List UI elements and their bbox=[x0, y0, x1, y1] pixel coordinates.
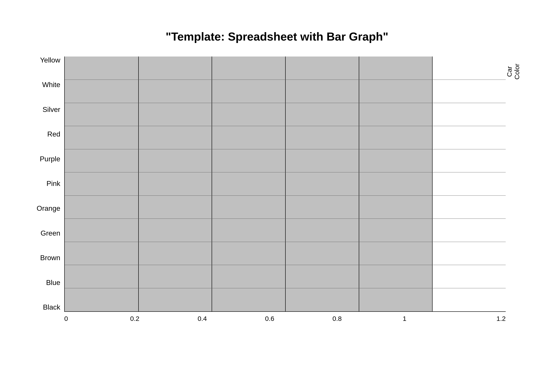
chart-container: "Template: Spreadsheet with Bar Graph" Y… bbox=[33, 30, 521, 362]
h-grid-line-10 bbox=[65, 288, 506, 288]
y-label-silver: Silver bbox=[42, 106, 60, 113]
y-label-brown: Brown bbox=[40, 254, 60, 261]
grid-line-x-0.8 bbox=[359, 56, 359, 311]
grid-line-x-0.4 bbox=[212, 56, 212, 311]
x-label-1.2: 1.2 bbox=[438, 315, 506, 322]
plot-grid bbox=[64, 56, 506, 312]
x-label-0.4: 0.4 bbox=[168, 315, 236, 322]
h-grid-line-2 bbox=[65, 103, 506, 103]
x-axis-labels: 00.20.40.60.811.2 bbox=[64, 312, 506, 322]
h-grid-line-6 bbox=[65, 196, 506, 196]
h-grid-line-4 bbox=[65, 149, 506, 149]
y-label-purple: Purple bbox=[40, 155, 61, 162]
data-bar bbox=[65, 56, 432, 311]
h-grid-line-3 bbox=[65, 126, 506, 126]
y-label-black: Black bbox=[43, 304, 60, 311]
y-label-pink: Pink bbox=[47, 180, 60, 187]
x-axis-title-area: Car Color bbox=[506, 56, 521, 322]
chart-body: YellowWhiteSilverRedPurplePinkOrangeGree… bbox=[33, 56, 521, 322]
y-label-red: Red bbox=[47, 131, 60, 138]
grid-line-x-0.6 bbox=[285, 56, 286, 311]
x-label-1: 1 bbox=[371, 315, 438, 322]
chart-title: "Template: Spreadsheet with Bar Graph" bbox=[166, 30, 388, 43]
y-label-orange: Orange bbox=[36, 205, 60, 212]
x-label-0.2: 0.2 bbox=[101, 315, 168, 322]
grid-line-x-0.2 bbox=[138, 56, 139, 311]
y-label-yellow: Yellow bbox=[40, 56, 60, 63]
grid-line-x-1 bbox=[432, 56, 433, 311]
h-grid-line-9 bbox=[65, 265, 506, 265]
chart-plot-area: 00.20.40.60.811.2 bbox=[64, 56, 506, 322]
y-label-green: Green bbox=[41, 230, 60, 237]
y-axis-labels: YellowWhiteSilverRedPurplePinkOrangeGree… bbox=[33, 56, 64, 322]
x-label-0.6: 0.6 bbox=[236, 315, 303, 322]
x-axis-title: Car Color bbox=[506, 58, 521, 85]
h-grid-line-7 bbox=[65, 218, 506, 219]
y-label-blue: Blue bbox=[46, 279, 60, 286]
y-label-white: White bbox=[42, 81, 60, 88]
h-grid-line-5 bbox=[65, 172, 506, 172]
x-label-0.8: 0.8 bbox=[303, 315, 371, 322]
